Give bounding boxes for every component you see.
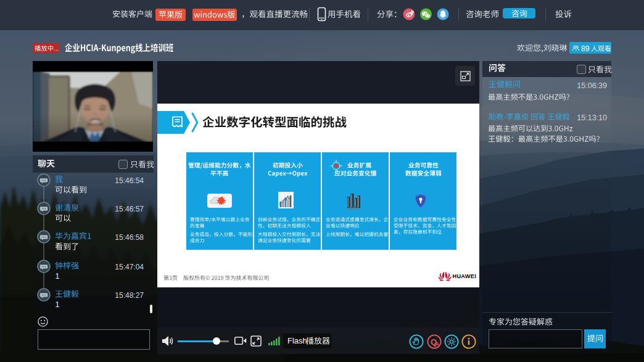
- svg-text:A: A: [435, 340, 439, 347]
